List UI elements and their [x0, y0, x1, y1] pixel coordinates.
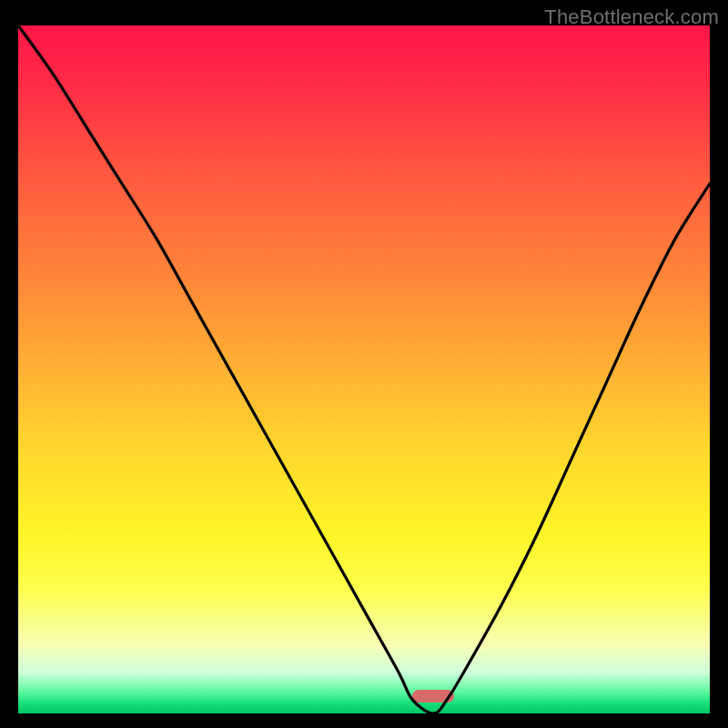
- plot-area: [18, 25, 710, 713]
- chart-container: TheBottleneck.com: [0, 0, 728, 728]
- gradient-background: [18, 25, 710, 713]
- optimal-marker: [412, 690, 454, 703]
- watermark-text: TheBottleneck.com: [544, 5, 719, 29]
